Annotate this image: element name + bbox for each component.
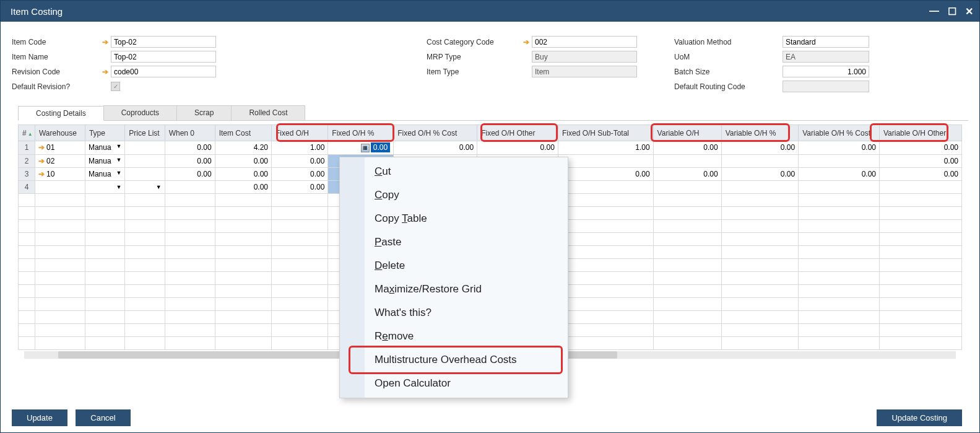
cell-fixed-oh-other[interactable]: 0.00 (477, 141, 558, 155)
cell-var-oh-pct-cost[interactable]: 0.00 (799, 167, 880, 180)
maximize-icon[interactable]: ☐ (948, 6, 956, 17)
cell-var-oh[interactable] (653, 154, 721, 167)
cell-fixed-oh-subtotal[interactable] (558, 180, 653, 193)
cell-type[interactable]: Manua▼ (85, 154, 124, 167)
cell-var-oh-pct[interactable]: 0.00 (721, 167, 799, 180)
cell-fixed-oh-subtotal[interactable]: 0.00 (558, 167, 653, 180)
cell-itemcost[interactable]: 0.00 (215, 167, 271, 180)
cell-var-oh-other[interactable]: 0.00 (880, 141, 962, 155)
cell-warehouse[interactable]: ➔02 (35, 154, 85, 167)
cell-fixed-oh[interactable]: 0.00 (271, 167, 327, 180)
item-name-input[interactable] (111, 51, 216, 63)
cell-type[interactable]: Manua▼ (85, 141, 124, 155)
context-menu-item[interactable]: Open Calculator (340, 372, 568, 395)
row-header[interactable]: 3 (19, 167, 35, 180)
minimize-icon[interactable]: — (929, 6, 939, 17)
tab-rolled-cost[interactable]: Rolled Cost (231, 105, 305, 120)
cell-type[interactable]: Manua▼ (85, 167, 124, 180)
table-row[interactable]: 1➔01Manua▼0.004.201.00▦0.000.000.001.000… (19, 141, 962, 155)
cell-fixed-oh-subtotal[interactable] (558, 154, 653, 167)
context-menu-item[interactable]: Copy Table (340, 207, 568, 230)
context-menu-item[interactable]: What's this? (340, 301, 568, 325)
tab-scrap[interactable]: Scrap (176, 105, 232, 120)
context-menu-item[interactable]: Paste (340, 230, 568, 254)
cell-itemcost[interactable]: 4.20 (215, 141, 271, 155)
cell-type[interactable]: ▼ (85, 180, 124, 193)
cost-category-input[interactable] (532, 36, 637, 48)
cell-fixed-oh[interactable]: 0.00 (271, 180, 327, 193)
col-fixed-oh-pct-cost[interactable]: Fixed O/H % Cost (394, 125, 477, 141)
cell-warehouse[interactable]: ➔01 (35, 141, 85, 155)
col-warehouse[interactable]: Warehouse (35, 125, 85, 141)
col-fixed-oh-other[interactable]: Fixed O/H Other (477, 125, 558, 141)
col-when0[interactable]: When 0 (165, 125, 215, 141)
cell-var-oh-pct-cost[interactable] (799, 154, 880, 167)
default-routing-label: Default Routing Code (674, 82, 783, 91)
col-fixed-oh-subtotal[interactable]: Fixed O/H Sub-Total (558, 125, 653, 141)
context-menu-item[interactable]: Remove (340, 325, 568, 348)
cell-pricelist[interactable] (125, 154, 165, 167)
valuation-method-input[interactable] (783, 36, 869, 48)
tab-costing-details[interactable]: Costing Details (18, 106, 104, 121)
cell-pricelist[interactable]: ▼ (125, 180, 165, 193)
col-itemcost[interactable]: Item Cost (215, 125, 271, 141)
context-menu-item[interactable]: Multistructure Overhead Costs (340, 348, 568, 372)
link-arrow-icon[interactable]: ➔ (102, 38, 108, 46)
col-pricelist[interactable]: Price List (125, 125, 165, 141)
cell-when0[interactable] (165, 180, 215, 193)
context-menu-item[interactable]: Maximize/Restore Grid (340, 278, 568, 301)
cell-when0[interactable]: 0.00 (165, 141, 215, 155)
default-revision-checkbox[interactable]: ✓ (111, 82, 120, 91)
calculator-icon[interactable]: ▦ (361, 144, 370, 152)
cell-fixed-oh[interactable]: 1.00 (271, 141, 327, 155)
cell-when0[interactable]: 0.00 (165, 167, 215, 180)
update-costing-button[interactable]: Update Costing (877, 409, 962, 426)
revision-code-input[interactable] (111, 66, 216, 77)
cell-var-oh-other[interactable] (880, 180, 962, 193)
cell-pricelist[interactable] (125, 167, 165, 180)
col-fixed-oh-pct[interactable]: Fixed O/H % (328, 125, 394, 141)
col-var-oh[interactable]: Variable O/H (653, 125, 721, 141)
cell-var-oh-pct-cost[interactable]: 0.00 (799, 141, 880, 155)
cell-fixed-oh-pct[interactable]: ▦0.00 (328, 141, 394, 155)
context-menu-item[interactable]: Cut (340, 160, 568, 183)
link-arrow-icon[interactable]: ➔ (102, 68, 108, 76)
cell-var-oh-pct[interactable] (721, 180, 799, 193)
close-icon[interactable]: ✕ (965, 6, 973, 17)
cell-var-oh-other[interactable]: 0.00 (880, 154, 962, 167)
context-menu-item[interactable]: Delete (340, 254, 568, 278)
row-header[interactable]: 4 (19, 180, 35, 193)
cell-var-oh[interactable] (653, 180, 721, 193)
titlebar: Item Costing — ☐ ✕ (1, 1, 979, 22)
cell-warehouse[interactable] (35, 180, 85, 193)
col-num[interactable]: #▲ (19, 125, 35, 141)
batch-size-input[interactable] (783, 66, 869, 77)
tab-coproducts[interactable]: Coproducts (103, 105, 177, 120)
cell-fixed-oh[interactable]: 0.00 (271, 154, 327, 167)
col-fixed-oh[interactable]: Fixed O/H (271, 125, 327, 141)
cell-var-oh-other[interactable]: 0.00 (880, 167, 962, 180)
cell-fixed-oh-pct-cost[interactable]: 0.00 (394, 141, 477, 155)
row-header[interactable]: 2 (19, 154, 35, 167)
col-var-oh-pct-cost[interactable]: Variable O/H % Cost (799, 125, 880, 141)
cell-warehouse[interactable]: ➔10 (35, 167, 85, 180)
cell-itemcost[interactable]: 0.00 (215, 154, 271, 167)
cell-fixed-oh-subtotal[interactable]: 1.00 (558, 141, 653, 155)
col-type[interactable]: Type (85, 125, 124, 141)
cell-var-oh-pct-cost[interactable] (799, 180, 880, 193)
row-header[interactable]: 1 (19, 141, 35, 155)
cell-var-oh-pct[interactable] (721, 154, 799, 167)
cell-itemcost[interactable]: 0.00 (215, 180, 271, 193)
cancel-button[interactable]: Cancel (76, 409, 130, 426)
update-button[interactable]: Update (12, 409, 67, 426)
cell-var-oh[interactable]: 0.00 (653, 167, 721, 180)
cell-var-oh-pct[interactable]: 0.00 (721, 141, 799, 155)
item-code-input[interactable] (111, 36, 216, 48)
cell-when0[interactable]: 0.00 (165, 154, 215, 167)
context-menu-item[interactable]: Copy (340, 183, 568, 207)
link-arrow-icon[interactable]: ➔ (523, 38, 529, 46)
cell-var-oh[interactable]: 0.00 (653, 141, 721, 155)
col-var-oh-other[interactable]: Variable O/H Other (880, 125, 962, 141)
cell-pricelist[interactable] (125, 141, 165, 155)
col-var-oh-pct[interactable]: Variable O/H % (721, 125, 799, 141)
